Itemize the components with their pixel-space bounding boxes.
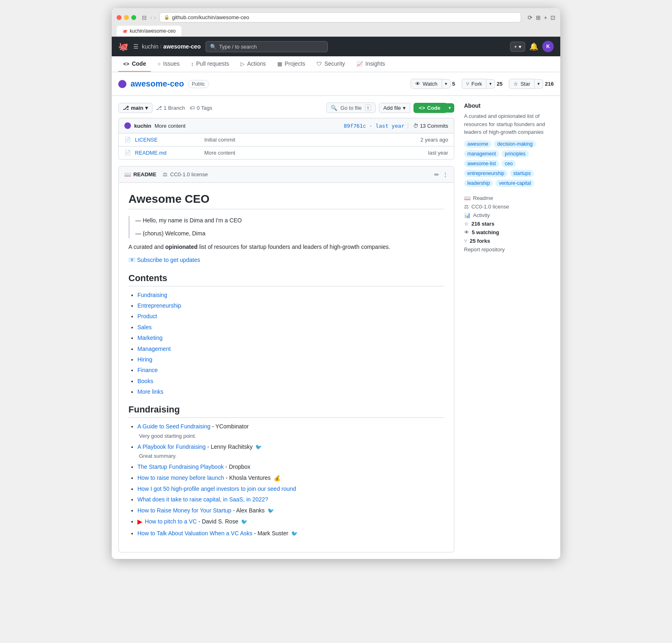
tag-startups[interactable]: startups (510, 170, 534, 177)
back-button[interactable]: ‹ (150, 14, 152, 21)
star-count: 216 (545, 81, 554, 87)
active-tab[interactable]: 🐙 kuchin/awesome-ceo (117, 26, 181, 36)
link-more-links[interactable]: More links (137, 388, 164, 395)
tag-principles[interactable]: principles (502, 150, 529, 157)
readme-tab[interactable]: 📖 README (124, 170, 156, 179)
tag-leadership[interactable]: leadership (464, 180, 493, 187)
avatar[interactable]: K (542, 41, 554, 52)
eye-icon: 👁 (415, 81, 420, 87)
raw-readme-icon[interactable]: ⋮ (442, 171, 448, 178)
repo-name-breadcrumb[interactable]: awesome-ceo (163, 43, 201, 50)
share-icon[interactable]: ⊞ (536, 14, 541, 21)
link-entrepreneurship[interactable]: Entrepreneurship (137, 302, 181, 309)
link-finance[interactable]: Finance (137, 367, 158, 373)
contents-title: Contents (128, 273, 444, 286)
report-repository[interactable]: Report repository (464, 246, 554, 253)
search-icon: 🔍 (210, 44, 217, 50)
nav-tab-code[interactable]: <> Code (118, 56, 151, 72)
fundraising-link-9[interactable]: How to Talk About Valuation When a VC As… (137, 530, 252, 537)
contents-item: Hiring (137, 355, 444, 364)
commit-hash[interactable]: 89f761c · last year (344, 123, 405, 129)
branch-selector[interactable]: ⎇ main ▾ (118, 103, 153, 113)
link-books[interactable]: Books (137, 378, 153, 384)
close-button[interactable] (117, 15, 122, 20)
tag-venture-capital[interactable]: venture-capital (495, 180, 534, 187)
nav-label-actions: Actions (247, 60, 266, 67)
nav-tab-security[interactable]: 🛡 Security (312, 56, 350, 72)
fundraising-suffix-2: - Lenny Rachitsky (207, 443, 252, 450)
link-fundraising[interactable]: Fundraising (137, 292, 167, 298)
tag-count-link[interactable]: 🏷 0 Tags (190, 105, 212, 111)
fundraising-link-1[interactable]: A Guide to Seed Fundraising (137, 423, 210, 430)
license-meta[interactable]: ⚖ CC0-1.0 license (464, 204, 554, 210)
activity-meta[interactable]: 📊 Activity (464, 212, 554, 218)
fundraising-link-5[interactable]: How I got 50 high-profile angel investor… (137, 486, 296, 492)
link-management[interactable]: Management (137, 346, 171, 352)
nav-tab-insights[interactable]: 📈 Insights (351, 56, 390, 72)
nav-tab-issues[interactable]: ○ Issues (153, 56, 184, 72)
plus-icon[interactable]: + (544, 14, 547, 21)
create-button[interactable]: + ▾ (510, 42, 525, 52)
forward-button[interactable]: › (154, 14, 156, 21)
nav-tab-actions[interactable]: ▷ Actions (236, 56, 271, 72)
fundraising-link-6[interactable]: What does it take to raise capital, in S… (137, 496, 268, 503)
tag-awesome[interactable]: awesome (464, 140, 491, 148)
code-button[interactable]: <> Code (413, 103, 446, 113)
minimize-button[interactable] (124, 15, 129, 20)
github-logo[interactable]: 🐙 (118, 42, 128, 51)
file-name-readme[interactable]: README.md (135, 150, 200, 156)
tag-awesome-list[interactable]: awesome-list (464, 160, 499, 167)
fork-dropdown[interactable]: ▾ (486, 79, 495, 89)
hamburger-icon[interactable]: ☰ (133, 43, 139, 50)
fundraising-link-2[interactable]: A Playbook for Fundraising (137, 443, 206, 450)
link-sales[interactable]: Sales (137, 324, 152, 330)
watching-meta[interactable]: 👁 5 watching (464, 229, 554, 235)
activity-label: Activity (473, 212, 490, 218)
forks-meta[interactable]: ⑂ 25 forks (464, 238, 554, 244)
link-product[interactable]: Product (137, 313, 157, 319)
maximize-button[interactable] (131, 15, 136, 20)
forks-count[interactable]: 25 forks (470, 238, 490, 244)
code-dropdown[interactable]: ▾ (446, 103, 454, 113)
license-tab[interactable]: ⚖ CC0-1.0 license (163, 170, 208, 179)
sidebar-toggle-icon[interactable]: ⊟ (142, 14, 147, 21)
fundraising-link-8[interactable]: How to pitch to a VC (145, 518, 197, 525)
link-marketing[interactable]: Marketing (137, 335, 162, 341)
commit-author[interactable]: kuchin (134, 123, 151, 129)
owner-link[interactable]: kuchin (142, 43, 158, 50)
commit-count[interactable]: ⏱ 13 Commits (408, 123, 448, 129)
go-to-file[interactable]: 🔍 Go to file t (326, 102, 376, 113)
star-button[interactable]: ☆ Star (509, 79, 535, 89)
stars-count[interactable]: 216 stars (471, 221, 494, 227)
link-hiring[interactable]: Hiring (137, 356, 153, 363)
star-dropdown[interactable]: ▾ (535, 79, 543, 89)
fundraising-link-7[interactable]: How to Raise Money for Your Startup (137, 507, 231, 514)
bookmark-icon[interactable]: ⟳ (528, 14, 533, 21)
tag-decision-making[interactable]: decision-making (494, 140, 536, 148)
tag-management[interactable]: management (464, 150, 499, 157)
notification-icon[interactable]: 🔔 (529, 42, 538, 51)
subscribe-link[interactable]: Subscribe to get updates (137, 257, 200, 263)
fork-button[interactable]: ⑂ Fork (462, 79, 486, 89)
fundraising-link-3[interactable]: The Startup Fundraising Playbook (137, 463, 224, 470)
stars-meta[interactable]: ☆ 216 stars (464, 221, 554, 227)
watch-dropdown[interactable]: ▾ (442, 79, 451, 89)
repo-name[interactable]: awesome-ceo (130, 79, 184, 89)
tag-ceo[interactable]: ceo (502, 160, 516, 167)
search-bar[interactable]: 🔍 Type / to search (206, 41, 328, 52)
edit-readme-icon[interactable]: ✏ (434, 171, 439, 178)
branch-count-link[interactable]: ⎇ 1 Branch (156, 105, 185, 111)
code-group: <> Code ▾ (413, 103, 454, 113)
readme-meta[interactable]: 📖 Readme (464, 195, 554, 201)
watching-count[interactable]: 5 watching (472, 229, 499, 235)
nav-tab-pull-requests[interactable]: ↕ Pull requests (186, 56, 234, 72)
add-file-button[interactable]: Add file ▾ (379, 103, 410, 113)
nav-tab-projects[interactable]: ▦ Projects (272, 56, 310, 72)
extensions-icon[interactable]: ⊡ (550, 14, 555, 21)
fundraising-link-4[interactable]: How to raise money before launch (137, 474, 224, 481)
file-name-license[interactable]: LICENSE (135, 137, 200, 143)
address-bar[interactable]: 🔒 github.com/kuchin/awesome-ceo (159, 12, 521, 22)
watch-button[interactable]: 👁 Watch (411, 79, 442, 89)
tag-entrepreneurship[interactable]: entrepreneurship (464, 170, 508, 177)
insights-icon: 📈 (356, 61, 363, 67)
